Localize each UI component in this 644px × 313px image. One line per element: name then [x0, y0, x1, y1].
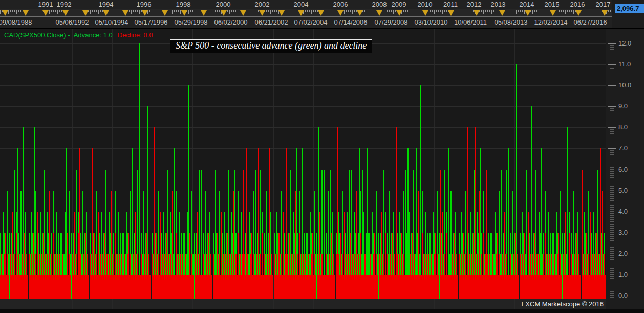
- date-label: 09/08/1988: [0, 18, 32, 26]
- value-axis-label: 8.0: [618, 123, 628, 131]
- year-label: 2013: [491, 1, 506, 8]
- value-axis-tick: [608, 191, 616, 191]
- year-marker-icon: [448, 10, 454, 16]
- year-label: 2008: [372, 1, 387, 8]
- value-axis-tick: [608, 212, 616, 212]
- value-axis-tick: [608, 64, 616, 65]
- decline-bar: [334, 275, 335, 299]
- date-label: 06/21/2002: [254, 18, 288, 26]
- value-axis-tick: [608, 127, 616, 128]
- value-axis-label: 11.0: [618, 60, 631, 68]
- year-marker-icon: [240, 10, 246, 16]
- year-marker-icon: [103, 10, 109, 16]
- date-label: 07/29/2008: [374, 18, 407, 26]
- value-axis-tick: [608, 43, 616, 44]
- date-label: 10/06/2011: [454, 18, 487, 26]
- year-label: 1996: [137, 1, 152, 8]
- year-label: 1991: [38, 1, 53, 8]
- year-label: 2015: [545, 1, 560, 8]
- value-axis-label: 9.0: [618, 102, 628, 110]
- value-axis-tick: [608, 275, 616, 275]
- value-axis-tick: [608, 296, 616, 296]
- year-marker-icon: [2, 10, 8, 16]
- year-marker-icon: [357, 10, 363, 16]
- decline-bar: [579, 275, 581, 299]
- decline-bar: [149, 275, 151, 299]
- year-marker-icon: [162, 10, 168, 16]
- year-marker-icon: [422, 10, 428, 16]
- value-axis-tick: [608, 254, 616, 254]
- date-label: 05/10/1994: [95, 18, 128, 26]
- value-axis-label: 0.0: [618, 292, 628, 299]
- timeline-year-row: 1991199219941996199820002002200420062008…: [0, 0, 612, 9]
- value-axis-tick: [608, 85, 616, 86]
- value-axis-label: 10.0: [618, 81, 631, 89]
- year-marker-icon: [550, 10, 556, 16]
- value-axis-label: 1.0: [618, 271, 628, 278]
- date-label: 05/08/2013: [494, 18, 527, 26]
- year-marker-icon: [602, 10, 608, 16]
- decline-bar: [272, 275, 273, 299]
- year-marker-icon: [23, 10, 29, 16]
- date-label: 06/27/2016: [573, 18, 607, 26]
- vertical-gridline: [273, 29, 274, 309]
- value-axis[interactable]: 0.01.02.03.04.05.06.07.08.09.010.011.012…: [606, 29, 644, 309]
- year-marker-icon: [278, 10, 285, 16]
- date-label: 07/14/2006: [334, 18, 367, 26]
- horizontal-gridline: [0, 64, 606, 65]
- year-label: 2016: [570, 1, 585, 8]
- year-marker-icon: [396, 10, 402, 16]
- plot-area[interactable]: FXCM Marketscope © 2016: [0, 29, 606, 309]
- year-marker-icon: [259, 10, 265, 16]
- year-marker-icon: [318, 10, 324, 16]
- vertical-gridline: [313, 29, 314, 309]
- timeline-ruler[interactable]: [0, 9, 612, 17]
- year-label: 2006: [333, 1, 348, 8]
- decline-bar: [211, 275, 212, 299]
- date-label: 12/02/2014: [534, 18, 567, 26]
- value-axis-minor-ticks: [610, 41, 614, 301]
- date-label: 06/02/2000: [214, 18, 247, 26]
- value-axis-tick: [608, 233, 616, 233]
- year-marker-icon: [221, 10, 227, 16]
- year-marker-icon: [376, 10, 382, 16]
- decline-bar: [27, 275, 28, 299]
- date-label: 05/29/1998: [174, 18, 207, 26]
- last-price-badge: 2,096.7: [615, 4, 644, 13]
- horizontal-gridline: [0, 106, 606, 107]
- year-marker-icon: [181, 10, 187, 16]
- value-axis-label: 3.0: [618, 229, 628, 236]
- value-axis-label: 5.0: [618, 187, 628, 194]
- year-label: 2012: [467, 1, 482, 8]
- year-marker-icon: [474, 10, 480, 16]
- timeline-date-row: 09/08/198805/06/199205/10/199405/17/1996…: [0, 17, 612, 28]
- ruler-major-ticks: [0, 10, 612, 14]
- indicator-legend[interactable]: CAD(SPX500.Close) - Advance: 1.0Decline:…: [4, 31, 153, 39]
- marketscope-chart-window: 1991199219941996199820002002200420062008…: [0, 0, 644, 313]
- chart-title-annotation[interactable]: S&P 500 - consecutive advance (green) an…: [170, 39, 372, 53]
- legend-decline-text: Decline: 0.0: [118, 31, 153, 39]
- year-label: 1994: [99, 1, 114, 8]
- date-label: 07/02/2004: [294, 18, 327, 26]
- value-axis-tick: [608, 170, 616, 170]
- horizontal-gridline: [0, 85, 606, 86]
- advance-bar: [139, 43, 140, 299]
- year-label: 2014: [520, 1, 534, 8]
- advance-bar: [567, 127, 568, 299]
- value-axis-tick: [608, 106, 616, 107]
- year-marker-icon: [298, 10, 304, 16]
- date-label: 05/17/1996: [134, 18, 167, 26]
- value-axis-tick: [608, 148, 616, 149]
- year-label: 2002: [255, 1, 270, 8]
- decline-bar: [518, 275, 519, 299]
- value-axis-label: 6.0: [618, 166, 628, 173]
- date-label: 03/10/2010: [414, 18, 447, 26]
- year-marker-icon: [62, 10, 69, 16]
- year-label: 2000: [216, 1, 231, 8]
- year-label: 2010: [418, 1, 433, 8]
- decline-bar: [457, 275, 458, 299]
- value-axis-label: 12.0: [618, 39, 631, 47]
- decline-bar: [88, 275, 89, 299]
- year-marker-icon: [337, 10, 344, 16]
- year-marker-icon: [42, 10, 49, 16]
